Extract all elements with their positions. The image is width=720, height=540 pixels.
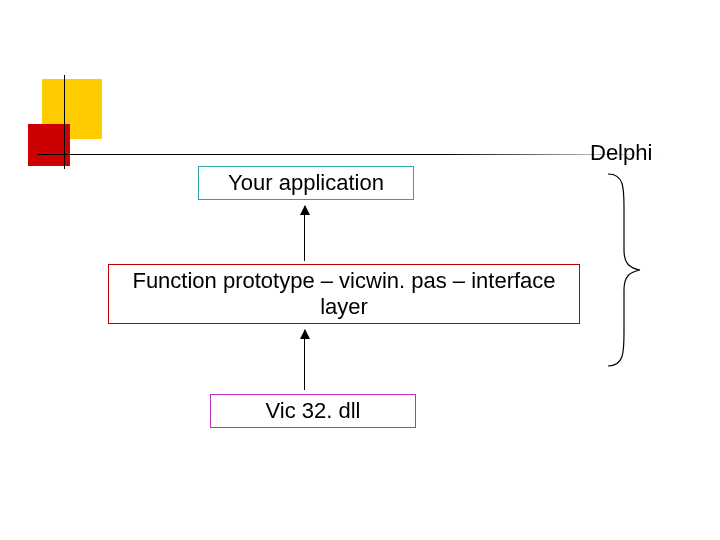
curly-brace-icon: [600, 172, 644, 368]
arrow-dll-to-interface: [304, 330, 305, 390]
box-your-application-text: Your application: [228, 170, 384, 196]
box-dll: Vic 32. dll: [210, 394, 416, 428]
box-interface-layer-text: Function prototype – vicwin. pas – inter…: [115, 268, 573, 320]
arrow-interface-to-app: [304, 206, 305, 261]
label-delphi: Delphi: [590, 140, 652, 166]
header-vertical-rule: [64, 75, 65, 169]
header-horizontal-rule: [38, 154, 658, 155]
box-your-application: Your application: [198, 166, 414, 200]
box-interface-layer: Function prototype – vicwin. pas – inter…: [108, 264, 580, 324]
diagram-canvas: Delphi Your application Function prototy…: [0, 0, 720, 540]
box-dll-text: Vic 32. dll: [266, 398, 361, 424]
